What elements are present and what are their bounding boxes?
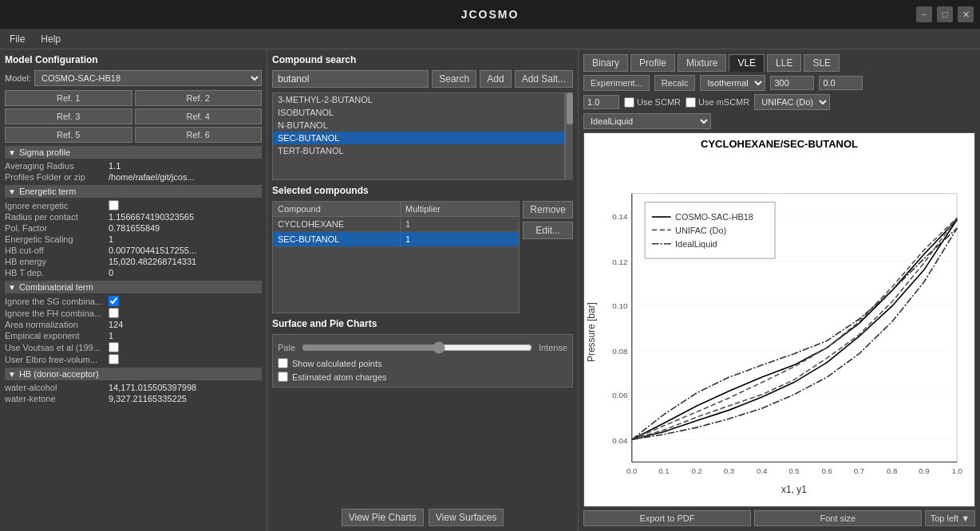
search-button[interactable]: Search <box>432 70 476 88</box>
tab-lle[interactable]: LLE <box>767 54 801 72</box>
use-mscmr-checkbox[interactable] <box>686 97 696 108</box>
pale-label: Pale <box>278 343 295 352</box>
window-controls: − □ ✕ <box>916 6 974 22</box>
model-config-title: Model Configuration <box>5 54 262 65</box>
unifac-select[interactable]: UNIFAC (Do) UNIFAC <box>754 94 830 110</box>
top-left-dropdown[interactable]: Top left ▼ <box>925 510 975 526</box>
activity-model-select[interactable]: IdealLiquid COSMO-SAC-HB18 <box>583 113 711 129</box>
show-calculated-checkbox[interactable] <box>278 358 288 368</box>
area-norm-row: Area normalization 124 <box>5 320 262 329</box>
tab-row: Binary Profile Mixture VLE LLE SLE <box>583 54 975 72</box>
main-layout: Model Configuration Model: COSMO-SAC-HB1… <box>0 49 980 531</box>
table-body: CYCLOHEXANE 1 SEC-BUTANOL 1 <box>273 217 519 313</box>
intensity-slider[interactable] <box>302 341 532 354</box>
minimize-button[interactable]: − <box>916 6 932 22</box>
hb-energy-value: 15,020.482268714331 <box>109 257 262 266</box>
svg-text:Pressure [bar]: Pressure [bar] <box>586 302 597 362</box>
list-item[interactable]: TERT-BUTANOL <box>273 144 564 157</box>
avg-radius-label: Averaging Radius <box>5 161 109 171</box>
energetic-term-header[interactable]: ▼ Energetic term <box>5 185 262 198</box>
voutsas-checkbox[interactable] <box>109 342 119 352</box>
ref5-button[interactable]: Ref. 5 <box>5 127 132 143</box>
use-mscmr-label[interactable]: Use mSCMR <box>686 97 749 108</box>
temperature-input[interactable] <box>770 76 814 90</box>
ref1-button[interactable]: Ref. 1 <box>5 90 132 106</box>
use-scmr-checkbox[interactable] <box>624 97 634 108</box>
font-size-button[interactable]: Font size <box>754 510 922 526</box>
temp2-input[interactable] <box>819 76 863 90</box>
ignore-sg-row: Ignore the SG combina... <box>5 296 262 306</box>
intense-label: Intense <box>539 343 567 352</box>
sigma-profile-header[interactable]: ▼ Sigma profile <box>5 146 262 159</box>
tab-sle[interactable]: SLE <box>804 54 840 72</box>
ignore-sg-label: Ignore the SG combina... <box>5 297 109 306</box>
ref6-button[interactable]: Ref. 6 <box>135 127 263 143</box>
selected-compounds-area: Compound Multiplier CYCLOHEXANE 1 SEC-BU… <box>272 201 573 313</box>
menu-file[interactable]: File <box>6 32 28 46</box>
edit-button[interactable]: Edit... <box>523 222 573 239</box>
tab-mixture[interactable]: Mixture <box>678 54 726 72</box>
tab-vle[interactable]: VLE <box>729 54 765 72</box>
combinatorial-term-header[interactable]: ▼ Combinatorial term <box>5 281 262 293</box>
activity-input[interactable] <box>583 95 619 109</box>
close-button[interactable]: ✕ <box>958 6 974 22</box>
energetic-scaling-row: Energetic Scaling 1 <box>5 234 262 244</box>
svg-text:0.7: 0.7 <box>854 466 865 475</box>
show-calculated-label[interactable]: Show calculated points <box>278 358 567 368</box>
elbro-checkbox[interactable] <box>109 354 119 364</box>
svg-text:0.4: 0.4 <box>757 466 768 475</box>
remove-button[interactable]: Remove <box>523 201 573 218</box>
voutsas-label: Use Voutsas et al (199... <box>5 343 109 352</box>
ref4-button[interactable]: Ref. 4 <box>135 108 263 124</box>
list-item[interactable]: 3-METHYL-2-BUTANOL <box>273 93 564 106</box>
ignore-sg-checkbox[interactable] <box>109 296 119 306</box>
ignore-fh-checkbox[interactable] <box>109 308 119 318</box>
pol-factor-value: 0.781655849 <box>109 223 262 233</box>
avg-radius-row: Averaging Radius 1.1 <box>5 161 262 171</box>
svg-text:0.8: 0.8 <box>887 466 898 475</box>
list-item-selected[interactable]: SEC-BUTANOL <box>273 132 564 144</box>
estimated-charges-label[interactable]: Estimated atom charges <box>278 372 567 382</box>
svg-text:UNIFAC (Do): UNIFAC (Do) <box>675 226 726 235</box>
list-item[interactable]: ISOBUTANOL <box>273 106 564 119</box>
model-select[interactable]: COSMO-SAC-HB18 COSMO-SAC COSMO-RS <box>34 70 262 86</box>
use-scmr-label[interactable]: Use SCMR <box>624 97 681 108</box>
export-pdf-button[interactable]: Export to PDF <box>583 510 751 526</box>
top-left-label: Top left <box>931 513 958 523</box>
isothermal-select[interactable]: Isothermal Isobaric <box>700 75 765 91</box>
menu-help[interactable]: Help <box>38 32 64 46</box>
show-calculated-text: Show calculated points <box>292 359 382 368</box>
svg-text:0.1: 0.1 <box>658 466 670 475</box>
right-panel: Binary Profile Mixture VLE LLE SLE Exper… <box>579 49 980 531</box>
add-button[interactable]: Add <box>480 70 511 88</box>
maximize-button[interactable]: □ <box>937 6 953 22</box>
empirical-exp-row: Empirical exponent 1 <box>5 331 262 340</box>
experiment-button[interactable]: Experiment... <box>583 75 650 91</box>
list-item[interactable]: N-BUTANOL <box>273 119 564 132</box>
ignore-energetic-checkbox[interactable] <box>109 200 119 210</box>
ref3-button[interactable]: Ref. 3 <box>5 108 132 124</box>
recalc-button[interactable]: Recalc <box>654 75 696 91</box>
view-surfaces-button[interactable]: View Surfaces <box>429 509 504 526</box>
hb-cutoff-row: HB cut-off 0.007700441517255... <box>5 246 262 255</box>
compound-search-title: Compound search <box>272 54 573 65</box>
ignore-fh-label: Ignore the FH combina... <box>5 309 109 318</box>
selected-compounds-title: Selected compounds <box>272 185 573 196</box>
ref2-button[interactable]: Ref. 2 <box>135 90 263 106</box>
svg-text:0.0: 0.0 <box>626 466 638 475</box>
estimated-charges-checkbox[interactable] <box>278 372 288 382</box>
compound-list-scrollbar[interactable] <box>565 92 573 180</box>
hb-donor-acceptor-header[interactable]: ▼ HB (donor-acceptor) <box>5 368 262 380</box>
table-row-selected[interactable]: SEC-BUTANOL 1 <box>273 232 519 247</box>
activity-model-row: IdealLiquid COSMO-SAC-HB18 <box>583 113 975 129</box>
radius-contact-label: Radius per contact <box>5 212 109 222</box>
tab-profile[interactable]: Profile <box>630 54 675 72</box>
search-input[interactable] <box>272 70 429 88</box>
table-row[interactable]: CYCLOHEXANE 1 <box>273 217 519 232</box>
add-salt-button[interactable]: Add Salt... <box>515 70 573 88</box>
view-pie-charts-button[interactable]: View Pie Charts <box>342 509 424 526</box>
tab-binary[interactable]: Binary <box>583 54 628 72</box>
hb-tdep-row: HB T dep. 0 <box>5 268 262 277</box>
selected-compounds-table: Compound Multiplier CYCLOHEXANE 1 SEC-BU… <box>272 201 520 313</box>
hb-tdep-label: HB T dep. <box>5 268 109 277</box>
